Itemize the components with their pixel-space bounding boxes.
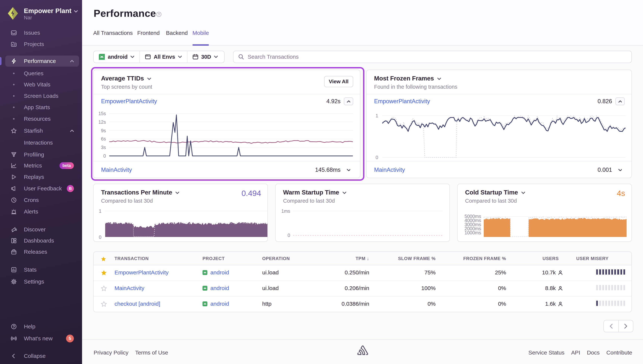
svg-text:1000ms: 1000ms	[465, 230, 481, 235]
